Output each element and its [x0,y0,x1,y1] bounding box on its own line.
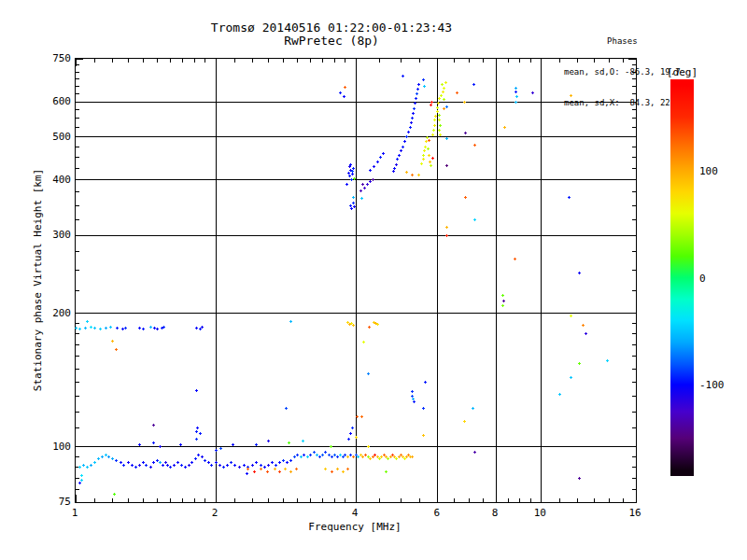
data-point [428,139,430,142]
data-point [558,393,561,396]
data-point [145,464,148,467]
y-axis-tick [632,72,636,73]
x-axis-tick [204,59,205,63]
y-axis-tick [628,502,636,503]
data-point [78,466,81,469]
data-point [134,466,137,469]
data-point [288,441,290,444]
data-point [90,464,92,467]
data-point [195,389,198,392]
data-point [336,468,339,470]
y-tick-label: 100 [28,441,71,453]
data-point [472,83,475,86]
data-point [263,466,266,469]
data-point [115,459,118,462]
data-point [430,104,432,106]
data-point [444,81,447,84]
data-point [152,424,155,427]
data-point [219,447,222,450]
x-axis-tick [283,59,284,63]
phases-title: Phases [564,36,681,47]
data-point [570,315,572,317]
x-axis-tick [401,59,402,63]
data-point [436,106,439,109]
y-axis-tick [76,427,79,428]
data-point [169,466,172,469]
data-point [439,124,442,127]
data-point [363,187,366,189]
y-axis-tick [76,179,83,180]
data-point [407,131,410,133]
data-point [473,144,476,147]
x-axis-tick [283,498,284,502]
data-point [215,449,218,452]
x-axis-tick [143,498,144,502]
x-axis-tick [128,498,129,502]
data-point [101,455,104,458]
data-point [416,88,419,91]
data-point [296,454,299,456]
y-tick-label: 400 [28,174,71,186]
x-axis-tick [541,59,542,66]
data-point [360,197,363,200]
x-axis-tick [577,498,578,502]
y-axis-tick [76,127,79,128]
data-point [353,177,356,180]
data-point [373,165,375,168]
vertical-gridline [216,59,217,502]
data-point [122,464,125,467]
data-point [99,328,102,330]
data-point [606,359,609,362]
data-point [84,327,87,329]
x-tick-label: 10 [534,507,546,519]
x-tick-label: 1 [72,507,78,519]
data-point [379,156,382,159]
colorbar-unit-label: [deg] [667,66,698,78]
x-axis-title: Frequency [MHz] [75,521,635,533]
data-point [356,415,359,418]
data-point [417,174,420,176]
y-axis-tick [632,118,636,119]
y-tick-label: 500 [28,131,71,143]
data-point [439,133,442,136]
data-point [570,94,572,97]
y-axis-tick [632,78,636,79]
data-point [152,441,155,444]
data-point [253,470,256,473]
data-point [243,464,246,467]
data-point [266,470,269,473]
data-point [396,158,399,161]
data-point [197,454,200,456]
data-point [321,454,324,456]
data-point [111,457,114,460]
y-axis-tick [632,323,636,324]
data-point [107,455,110,458]
data-point [82,464,85,467]
data-point [285,407,288,410]
data-point [149,466,152,469]
y-axis-tick [632,251,636,252]
data-point [443,107,445,110]
y-axis-tick [632,157,636,158]
vertical-gridline [437,59,438,502]
data-point [582,324,585,327]
data-point [345,183,348,186]
data-point [585,332,587,335]
data-point [309,454,312,456]
data-point [93,327,96,329]
data-point [422,434,425,437]
data-point [385,470,388,473]
x-axis-tick [623,59,624,63]
y-axis-tick [632,333,636,334]
data-point [278,470,281,473]
x-axis-tick [469,59,470,63]
y-tick-label: 200 [28,307,71,319]
data-point [346,468,349,470]
x-axis-tick [577,59,578,63]
data-point [352,196,355,199]
y-axis-tick [76,290,79,291]
x-axis-tick [334,59,335,63]
data-point [324,468,327,470]
data-point [295,468,298,470]
x-axis-tick [636,495,637,502]
